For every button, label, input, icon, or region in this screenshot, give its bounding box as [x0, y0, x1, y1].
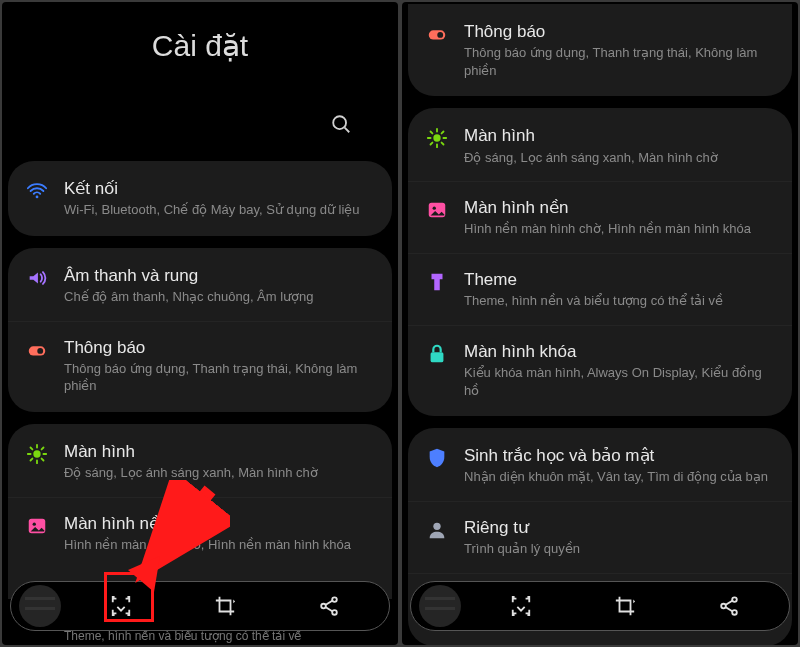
item-title: Màn hình khóa	[464, 341, 774, 362]
settings-item-volume[interactable]: Âm thanh và rungChế độ âm thanh, Nhạc ch…	[8, 250, 392, 321]
item-subtitle: Thông báo ứng dụng, Thanh trạng thái, Kh…	[64, 360, 374, 395]
bell-switch-icon	[26, 339, 48, 361]
svg-point-15	[33, 522, 36, 525]
settings-item-brightness[interactable]: Màn hìnhĐộ sáng, Lọc ánh sáng xanh, Màn …	[8, 426, 392, 497]
item-title: Âm thanh và rung	[64, 265, 374, 286]
item-title: Thông báo	[464, 21, 774, 42]
svg-point-38	[433, 523, 440, 530]
svg-point-4	[37, 348, 43, 354]
svg-point-0	[333, 116, 346, 129]
settings-group: Màn hìnhĐộ sáng, Lọc ánh sáng xanh, Màn …	[8, 424, 392, 599]
svg-line-10	[30, 447, 32, 449]
settings-group: Âm thanh và rungChế độ âm thanh, Nhạc ch…	[8, 248, 392, 412]
item-title: Sinh trắc học và bảo mật	[464, 445, 774, 466]
scroll-capture-button[interactable]	[101, 586, 141, 626]
crop-edit-button[interactable]	[605, 586, 645, 626]
svg-line-11	[42, 459, 44, 461]
person-icon	[426, 519, 448, 541]
svg-rect-37	[431, 352, 444, 362]
item-subtitle: Theme, hình nền và biểu tượng có thể tải…	[464, 292, 774, 310]
screenshot-toolbar	[410, 581, 790, 631]
svg-point-26	[433, 135, 440, 142]
item-title: Màn hình nền	[64, 513, 374, 534]
svg-line-34	[442, 132, 444, 134]
item-title: Màn hình	[464, 125, 774, 146]
settings-item-bell-switch[interactable]: Thông báoThông báo ứng dụng, Thanh trạng…	[408, 6, 792, 94]
svg-line-44	[725, 607, 732, 612]
settings-item-wifi[interactable]: Kết nốiWi-Fi, Bluetooth, Chế độ Máy bay,…	[8, 163, 392, 234]
svg-line-13	[42, 447, 44, 449]
settings-item-lock[interactable]: Màn hình khóaKiểu khóa màn hình, Always …	[408, 325, 792, 414]
settings-item-person[interactable]: Riêng tưTrình quản lý quyền	[408, 501, 792, 573]
wifi-icon	[26, 180, 48, 202]
phone-right: Thông báoThông báo ứng dụng, Thanh trạng…	[402, 2, 798, 645]
phone-left: Cài đặt Kết nốiWi-Fi, Bluetooth, Chế độ …	[2, 2, 398, 645]
scroll-capture-button[interactable]	[501, 586, 541, 626]
screenshot-thumbnail[interactable]	[19, 585, 61, 627]
share-button[interactable]	[709, 586, 749, 626]
item-subtitle: Kiểu khóa màn hình, Always On Display, K…	[464, 364, 774, 399]
svg-point-36	[433, 207, 436, 210]
item-title: Kết nối	[64, 178, 374, 199]
picture-icon	[426, 199, 448, 221]
search-button[interactable]	[330, 113, 352, 139]
item-title: Màn hình	[64, 441, 374, 462]
screenshot-thumbnail[interactable]	[419, 585, 461, 627]
svg-line-19	[325, 601, 332, 606]
peek-text: Theme, hình nền và biểu tượng có thể tải…	[2, 629, 398, 643]
item-subtitle: Hình nền màn hình chờ, Hình nền màn hình…	[64, 536, 374, 554]
share-button[interactable]	[309, 586, 349, 626]
svg-line-20	[325, 607, 332, 612]
item-subtitle: Wi-Fi, Bluetooth, Chế độ Máy bay, Sử dụn…	[64, 201, 374, 219]
item-subtitle: Thông báo ứng dụng, Thanh trạng thái, Kh…	[464, 44, 774, 79]
item-subtitle: Trình quản lý quyền	[464, 540, 774, 558]
theme-icon	[426, 271, 448, 293]
svg-point-2	[36, 196, 39, 199]
svg-line-12	[30, 459, 32, 461]
bell-switch-icon	[426, 23, 448, 45]
item-title: Theme	[464, 269, 774, 290]
svg-line-43	[725, 601, 732, 606]
page-title: Cài đặt	[2, 28, 398, 63]
svg-line-32	[442, 143, 444, 145]
svg-point-5	[33, 450, 40, 457]
settings-item-brightness[interactable]: Màn hìnhĐộ sáng, Lọc ánh sáng xanh, Màn …	[408, 110, 792, 181]
item-title: Riêng tư	[464, 517, 774, 538]
svg-point-25	[437, 32, 443, 38]
item-subtitle: Độ sáng, Lọc ánh sáng xanh, Màn hình chờ	[64, 464, 374, 482]
item-title: Thông báo	[64, 337, 374, 358]
picture-icon	[26, 515, 48, 537]
title-area: Cài đặt	[2, 2, 398, 113]
svg-line-1	[345, 128, 350, 133]
settings-group: Kết nốiWi-Fi, Bluetooth, Chế độ Máy bay,…	[8, 161, 392, 236]
crop-edit-button[interactable]	[205, 586, 245, 626]
item-subtitle: Độ sáng, Lọc ánh sáng xanh, Màn hình chờ	[464, 149, 774, 167]
shield-icon	[426, 447, 448, 469]
settings-item-shield[interactable]: Sinh trắc học và bảo mậtNhận diện khuôn …	[408, 430, 792, 501]
item-subtitle: Hình nền màn hình chờ, Hình nền màn hình…	[464, 220, 774, 238]
brightness-icon	[26, 443, 48, 465]
brightness-icon	[426, 127, 448, 149]
item-subtitle: Chế độ âm thanh, Nhạc chuông, Âm lượng	[64, 288, 374, 306]
item-title: Màn hình nền	[464, 197, 774, 218]
screenshot-toolbar	[10, 581, 390, 631]
settings-item-picture[interactable]: Màn hình nềnHình nền màn hình chờ, Hình …	[408, 181, 792, 253]
item-subtitle: Nhận diện khuôn mặt, Vân tay, Tìm di độn…	[464, 468, 774, 486]
settings-item-theme[interactable]: ThemeTheme, hình nền và biểu tượng có th…	[408, 253, 792, 325]
svg-line-31	[430, 132, 432, 134]
settings-group: Màn hìnhĐộ sáng, Lọc ánh sáng xanh, Màn …	[408, 108, 792, 416]
svg-line-33	[430, 143, 432, 145]
settings-group: Thông báoThông báo ứng dụng, Thanh trạng…	[408, 4, 792, 96]
volume-icon	[26, 267, 48, 289]
settings-item-picture[interactable]: Màn hình nềnHình nền màn hình chờ, Hình …	[8, 497, 392, 569]
settings-item-bell-switch[interactable]: Thông báoThông báo ứng dụng, Thanh trạng…	[8, 321, 392, 410]
lock-icon	[426, 343, 448, 365]
